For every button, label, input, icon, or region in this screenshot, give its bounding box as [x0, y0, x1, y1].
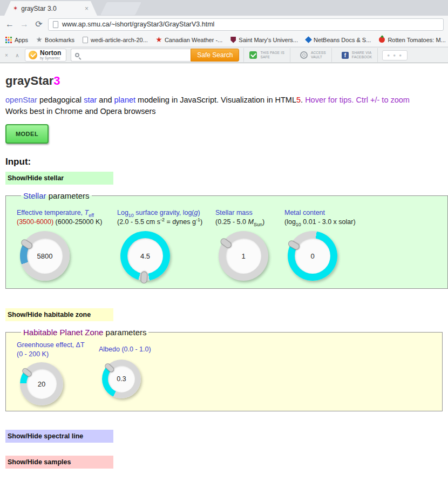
bookmark-wedi-article[interactable]: wedi-article-arch-20...	[83, 37, 148, 43]
greenhouse-dial[interactable]: 20	[20, 362, 63, 405]
logg-range: (2.0 - 5.5 cm s-2 = dynes g-1)	[117, 218, 215, 226]
bookmark-label: Canadian Weather -...	[165, 37, 222, 43]
html5-accent: 5	[296, 96, 301, 104]
intro-text: and	[97, 96, 114, 104]
access-vault-button[interactable]: ACCESS VAULT	[295, 48, 332, 62]
norton-brand-chip[interactable]: Norton by Symantec	[25, 49, 66, 62]
toggle-stellar[interactable]: Show/Hide stellar	[5, 172, 113, 185]
navigation-bar: ← → ⟳ www.ap.smu.ca/~ishort/grayStar3/Gr…	[0, 16, 448, 33]
model-button[interactable]: MODEL	[5, 124, 49, 144]
bookmark-canadian-weather[interactable]: Canadian Weather -...	[156, 37, 222, 43]
page-icon	[53, 21, 58, 28]
dial-handle[interactable]	[21, 367, 32, 378]
toolbar-close-icon[interactable]: ×	[3, 52, 10, 58]
intro-text: modeling in JavaScript. Visualization in…	[135, 96, 296, 104]
page-safe-indicator[interactable]: THIS PAGE IS SAFE	[243, 48, 290, 62]
maple-leaf-icon	[156, 37, 162, 43]
teff-range: (3500-6000) (6000-25000 K)	[17, 218, 117, 226]
dial-handle[interactable]	[104, 362, 115, 373]
bookmark-netbeans[interactable]: NetBeans Docs & S...	[306, 37, 371, 43]
bookmark-saint-marys[interactable]: Saint Mary's Univers...	[230, 37, 298, 43]
tab-close-icon[interactable]: ×	[85, 5, 89, 12]
dial-handle[interactable]	[20, 238, 33, 250]
bookmark-bookmarks[interactable]: Bookmarks	[36, 37, 74, 43]
page-title: grayStar3	[5, 74, 443, 88]
norton-toolbar: × ∧ Norton by Symantec Safe Search THIS …	[0, 47, 448, 63]
tomato-icon	[379, 37, 385, 43]
norton-brand: Norton	[40, 50, 61, 56]
toggle-performance-realism[interactable]: Show/Hide performance/realism	[5, 477, 443, 481]
stellar-legend: Stellar parameters	[21, 191, 92, 200]
title-star: Star	[30, 74, 53, 87]
norton-search-input[interactable]	[83, 50, 187, 60]
bookmark-label: Saint Mary's Univers...	[239, 37, 298, 43]
tab-title: grayStar 3.0	[21, 5, 82, 12]
greenhouse-label: Greenhouse effect, ΔT	[17, 341, 99, 349]
mass-dial[interactable]: 1	[219, 231, 268, 281]
share-line2: FACEBOOK	[352, 55, 372, 59]
safe-check-icon	[249, 51, 257, 59]
search-icon	[75, 53, 79, 57]
intro-text: .	[301, 96, 305, 104]
input-heading: Input:	[5, 157, 443, 167]
apps-grid-icon	[5, 37, 12, 43]
openstar-link[interactable]: openStar	[5, 96, 37, 104]
habitable-legend: Habitable Planet Zone parameters	[21, 328, 148, 337]
share-facebook-button[interactable]: f SHARE VIA FACEBOOK	[336, 48, 378, 62]
facebook-icon: f	[342, 52, 349, 59]
bookmark-rotten-tomatoes[interactable]: Rotten Tomatoes: M...	[379, 37, 445, 43]
dial-handle[interactable]	[219, 237, 233, 249]
legend-rest: parameters	[46, 191, 90, 200]
legend-colored: Stellar	[23, 191, 46, 200]
logg-dial[interactable]: 4.5	[120, 231, 170, 281]
stellar-knob-row: Effective temperature, Teff (3500-6000) …	[17, 201, 442, 281]
browser-window: ✶ grayStar 3.0 × ← → ⟳ www.ap.smu.ca/~is…	[0, 0, 448, 481]
toolbar-more-dots[interactable]: ● ● ●	[382, 50, 408, 60]
knob-group-metal: Metal content (log10 0.01 - 3.0 x solar)…	[284, 209, 392, 281]
bookmark-apps[interactable]: Apps	[5, 37, 28, 43]
metal-dial[interactable]: 0	[288, 231, 337, 281]
page-safe-line1: THIS PAGE IS	[260, 51, 284, 55]
teff-label: Effective temperature, Teff	[17, 209, 117, 216]
back-button[interactable]: ←	[4, 20, 15, 29]
toggle-habitable-zone[interactable]: Show/Hide habitable zone	[5, 308, 113, 321]
habitable-zone-panel: Habitable Planet Zone parameters Greenho…	[5, 328, 443, 411]
knob-group-teff: Effective temperature, Teff (3500-6000) …	[17, 209, 117, 281]
knob-group-greenhouse: Greenhouse effect, ΔT (0 - 200 K) 20	[17, 341, 99, 405]
document-icon	[83, 37, 88, 43]
address-bar[interactable]: www.ap.smu.ca/~ishort/grayStar3/GrayStar…	[48, 18, 444, 31]
norton-check-icon	[29, 51, 37, 59]
title-3: 3	[53, 74, 60, 87]
mass-label: Stellar mass	[215, 209, 284, 216]
vault-icon	[300, 51, 308, 59]
intro-text: pedagogical	[37, 96, 84, 104]
page-safe-line2: SAFE	[260, 55, 284, 59]
reload-button[interactable]: ⟳	[33, 20, 44, 29]
forward-button[interactable]: →	[19, 20, 30, 29]
toggle-spectral-line[interactable]: Show/Hide spectral line	[5, 430, 113, 443]
safe-search-button[interactable]: Safe Search	[191, 49, 239, 62]
legend-colored: Habitable Planet Zone	[23, 328, 103, 337]
dial-handle[interactable]	[140, 272, 147, 284]
tips-text: Hover for tips. Ctrl +/- to zoom	[305, 96, 410, 104]
bookmarks-bar: Apps Bookmarks wedi-article-arch-20... C…	[0, 33, 448, 47]
site-favicon-icon: ✶	[13, 5, 18, 11]
legend-rest: parameters	[103, 328, 146, 337]
toggle-samples[interactable]: Show/Hide samples	[5, 456, 113, 469]
star-word: star	[84, 96, 97, 104]
browser-tab[interactable]: ✶ grayStar 3.0 ×	[4, 1, 97, 16]
crest-icon	[230, 37, 236, 43]
stellar-parameters-panel: Stellar parameters Effective temperature…	[5, 191, 448, 289]
dial-handle[interactable]	[287, 239, 301, 250]
url-text[interactable]: www.ap.smu.ca/~ishort/grayStar3/GrayStar…	[62, 21, 214, 28]
new-tab-button[interactable]	[100, 2, 141, 15]
toolbar-collapse-icon[interactable]: ∧	[14, 52, 21, 58]
norton-search-box[interactable]	[71, 49, 191, 62]
bookmark-label: Apps	[15, 37, 28, 43]
intro-paragraph: openStar pedagogical star and planet mod…	[5, 94, 443, 117]
metal-label: Metal content	[284, 209, 392, 216]
vault-line1: ACCESS	[311, 51, 326, 55]
albedo-dial[interactable]: 0.3	[102, 360, 141, 398]
teff-dial[interactable]: 5800	[20, 231, 70, 281]
netbeans-cube-icon	[305, 36, 312, 43]
